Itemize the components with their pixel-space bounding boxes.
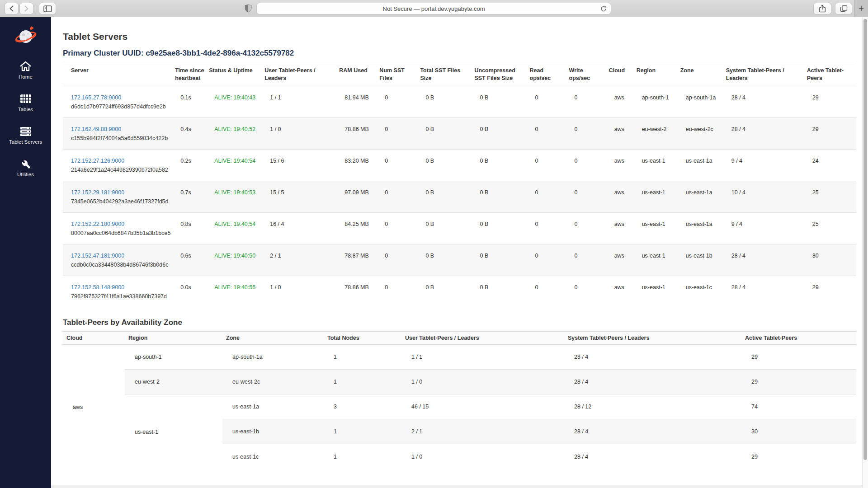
sidebar-item-tablet-servers[interactable]: Tablet Servers bbox=[0, 126, 51, 145]
heartbeat-cell: 0.8s bbox=[174, 212, 208, 244]
table-row: aws ap-south-1 ap-south-1a 1 1 / 1 28 / … bbox=[63, 345, 856, 370]
read-ops-cell: 0 bbox=[529, 244, 568, 276]
sidebar-item-label: Utilities bbox=[0, 172, 51, 177]
tablet-servers-table: Server Time since heartbeat Status & Upt… bbox=[63, 63, 856, 307]
heartbeat-cell: 0.0s bbox=[174, 276, 208, 307]
tabs-overview-icon bbox=[840, 5, 848, 12]
total-sst-cell: 0 B bbox=[419, 212, 473, 244]
sidebar-item-tables[interactable]: Tables bbox=[0, 93, 51, 112]
total-sst-cell: 0 B bbox=[419, 117, 473, 149]
num-sst-cell: 0 bbox=[378, 86, 419, 117]
cloud-cell: aws bbox=[63, 345, 125, 469]
zone-cell: ap-south-1a bbox=[679, 86, 725, 117]
sidebar-item-home[interactable]: Home bbox=[0, 61, 51, 80]
uncompressed-sst-cell: 0 B bbox=[473, 86, 528, 117]
region-cell: us-east-1 bbox=[636, 276, 679, 307]
page-title: Tablet Servers bbox=[63, 31, 868, 42]
forward-button[interactable] bbox=[19, 3, 33, 14]
column-header: Zone bbox=[679, 63, 725, 86]
user-peers-cell: 2 / 1 bbox=[401, 419, 564, 444]
table-row: 172.152.29.181:90007345e0652b404292a3ae4… bbox=[63, 181, 856, 212]
horizontal-scrollbar[interactable] bbox=[51, 485, 862, 488]
system-peers-cell: 28 / 4 bbox=[564, 345, 741, 370]
heartbeat-cell: 0.4s bbox=[174, 117, 208, 149]
server-address-link[interactable]: 172.152.29.181:9000 bbox=[71, 189, 124, 196]
num-sst-cell: 0 bbox=[378, 149, 419, 181]
column-header: Total SST Files Size bbox=[419, 63, 473, 86]
region-cell: ap-south-1 bbox=[636, 86, 679, 117]
server-address-link[interactable]: 172.152.22.180:9000 bbox=[71, 221, 124, 227]
active-peers-cell: 29 bbox=[806, 117, 856, 149]
column-header: System Tablet-Peers / Leaders bbox=[725, 63, 806, 86]
server-uuid: d6dc1d7b97724ff693d857d4dfcc9e2b bbox=[71, 103, 171, 111]
server-address-link[interactable]: 172.165.27.78:9000 bbox=[71, 94, 121, 101]
column-header: Read ops/sec bbox=[529, 63, 568, 86]
cluster-uuid-heading: Primary Cluster UUID: c9e25ae8-3bb1-4de2… bbox=[63, 49, 868, 58]
zone-cell: us-east-1c bbox=[679, 276, 725, 307]
active-peers-cell: 30 bbox=[741, 419, 856, 444]
num-sst-cell: 0 bbox=[378, 276, 419, 307]
ram-cell: 78.86 MB bbox=[338, 117, 378, 149]
table-row: 172.162.49.88:9000c155b984f2f74004a5a6d5… bbox=[63, 117, 856, 149]
address-bar[interactable]: Not Secure — portal.dev.yugabyte.com bbox=[256, 3, 611, 14]
total-sst-cell: 0 B bbox=[419, 86, 473, 117]
column-header: Region bbox=[125, 332, 222, 345]
user-peers-cell: 16 / 4 bbox=[264, 212, 338, 244]
column-header: Num SST Files bbox=[378, 63, 419, 86]
read-ops-cell: 0 bbox=[529, 149, 568, 181]
read-ops-cell: 0 bbox=[529, 212, 568, 244]
new-tab-button[interactable]: + bbox=[854, 0, 868, 17]
reload-icon[interactable] bbox=[600, 5, 607, 13]
region-cell: us-east-1 bbox=[636, 149, 679, 181]
column-header: Cloud bbox=[608, 63, 636, 86]
total-nodes-cell: 1 bbox=[324, 345, 401, 370]
total-nodes-cell: 1 bbox=[324, 444, 401, 469]
share-button[interactable] bbox=[813, 3, 831, 14]
privacy-shield-icon[interactable] bbox=[245, 4, 252, 13]
column-header: Active Tablet-Peers bbox=[806, 63, 856, 86]
column-header: Region bbox=[636, 63, 679, 86]
user-peers-cell: 1 / 0 bbox=[401, 370, 564, 394]
ram-cell: 78.86 MB bbox=[338, 276, 378, 307]
cloud-cell: aws bbox=[608, 212, 636, 244]
back-button[interactable] bbox=[5, 3, 19, 14]
region-cell: us-east-1 bbox=[125, 394, 222, 469]
yugabyte-logo-icon[interactable] bbox=[14, 24, 37, 47]
sidebar-item-utilities[interactable]: Utilities bbox=[0, 158, 51, 177]
write-ops-cell: 0 bbox=[568, 276, 608, 307]
zones-section-title: Tablet-Peers by Availability Zone bbox=[63, 318, 868, 327]
table-header-row: Server Time since heartbeat Status & Upt… bbox=[63, 63, 856, 86]
sidebar: Home Tables bbox=[0, 17, 51, 488]
total-sst-cell: 0 B bbox=[419, 244, 473, 276]
vertical-scrollbar-thumb[interactable] bbox=[863, 19, 867, 460]
total-nodes-cell: 1 bbox=[324, 419, 401, 444]
sidebar-item-label: Home bbox=[0, 74, 51, 80]
server-address-link[interactable]: 172.162.49.88:9000 bbox=[71, 126, 121, 132]
region-cell: us-east-1 bbox=[636, 244, 679, 276]
main-content: Tablet Servers Primary Cluster UUID: c9e… bbox=[51, 17, 868, 488]
server-address-link[interactable]: 172.152.58.148:9000 bbox=[71, 284, 124, 291]
cloud-cell: aws bbox=[608, 244, 636, 276]
table-header-row: Cloud Region Zone Total Nodes User Table… bbox=[63, 332, 856, 345]
server-address-link[interactable]: 172.152.47.181:9000 bbox=[71, 253, 124, 259]
system-peers-cell: 10 / 4 bbox=[725, 181, 806, 212]
total-nodes-cell: 1 bbox=[324, 370, 401, 394]
sidebar-toggle-button[interactable] bbox=[39, 3, 56, 14]
zone-cell: ap-south-1a bbox=[222, 345, 324, 370]
tabs-overview-button[interactable] bbox=[835, 3, 852, 14]
server-address-link[interactable]: 172.152.27.126:9000 bbox=[71, 158, 124, 164]
system-peers-cell: 28 / 4 bbox=[564, 444, 741, 469]
home-icon bbox=[0, 61, 51, 72]
read-ops-cell: 0 bbox=[529, 181, 568, 212]
vertical-scrollbar[interactable] bbox=[862, 17, 868, 488]
server-uuid: 7962f975327f41f6a1ae338660b7397d bbox=[71, 293, 171, 301]
zone-cell: us-east-1a bbox=[679, 181, 725, 212]
ram-cell: 81.94 MB bbox=[338, 86, 378, 117]
zone-cell: us-east-1a bbox=[679, 212, 725, 244]
table-row: 172.165.27.78:9000d6dc1d7b97724ff693d857… bbox=[63, 86, 856, 117]
user-peers-cell: 1 / 0 bbox=[264, 117, 338, 149]
tables-icon bbox=[0, 93, 51, 104]
server-uuid: 214a6e29f1a24c449829390b72f0a582 bbox=[71, 166, 171, 174]
system-peers-cell: 28 / 4 bbox=[564, 370, 741, 394]
zone-cell: us-east-1c bbox=[222, 444, 324, 469]
